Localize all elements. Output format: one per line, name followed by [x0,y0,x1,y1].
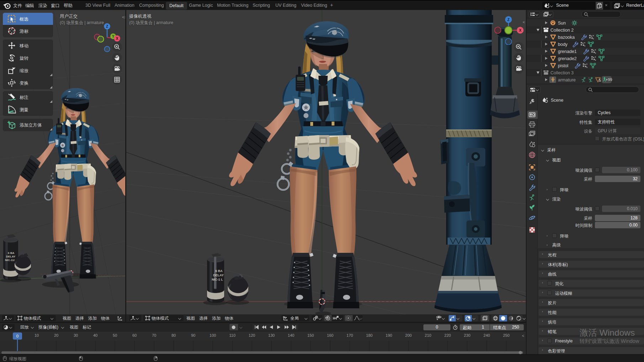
svg-text:130: 130 [268,333,275,337]
svg-text:10: 10 [35,333,39,337]
svg-text:DELAY: DELAY [6,255,16,258]
svg-text:20: 20 [54,333,58,337]
svg-text:250: 250 [503,333,510,337]
svg-text:120: 120 [249,333,255,337]
svg-text:40: 40 [93,333,97,337]
svg-text:6 BA: 6 BA [8,251,14,255]
svg-text:70: 70 [152,333,156,337]
svg-text:140: 140 [288,333,294,337]
svg-text:X: X [116,37,118,41]
svg-text:210: 210 [425,333,431,337]
svg-text:170: 170 [347,333,353,337]
svg-text:90: 90 [191,333,195,337]
svg-text:Z: Z [106,25,108,28]
svg-text:230: 230 [464,333,470,337]
svg-text:Z: Z [507,18,510,22]
svg-text:30: 30 [74,333,78,337]
svg-text:150: 150 [307,333,314,337]
svg-text:60: 60 [132,333,137,337]
svg-text:6 BA: 6 BA [215,269,223,273]
svg-text:200: 200 [405,333,412,337]
svg-text:NIC-1 L: NIC-1 L [212,278,223,281]
svg-text:50: 50 [113,333,117,337]
svg-text:240: 240 [484,333,490,337]
svg-text:NIC-11/: NIC-11/ [5,259,15,262]
svg-text:190: 190 [386,333,392,337]
svg-text:80: 80 [171,333,176,337]
svg-text:220: 220 [444,333,451,337]
svg-text:X: X [519,28,522,32]
svg-text:100: 100 [210,333,216,337]
svg-text:110: 110 [229,333,236,337]
svg-text:160: 160 [327,333,333,337]
svg-text:DELAY: DELAY [213,273,224,277]
svg-text:180: 180 [366,333,373,337]
